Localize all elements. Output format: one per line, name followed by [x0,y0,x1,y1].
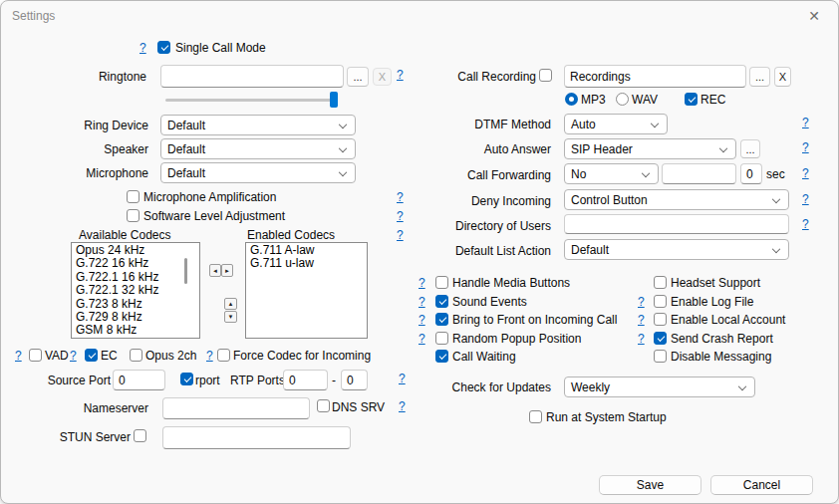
auto-answer-help[interactable]: ? [802,140,809,154]
send-crash-report-help[interactable]: ? [638,332,645,346]
send-crash-report-checkbox[interactable] [654,332,667,345]
stun-server-checkbox[interactable] [134,429,146,442]
available-codecs-list[interactable]: Opus 24 kHz G.722 16 kHz G.722.1 16 kHz … [71,242,200,339]
ec-checkbox[interactable] [85,349,98,362]
move-right-button[interactable]: ► [221,264,233,277]
bring-to-front-help[interactable]: ? [419,313,425,327]
directory-of-users-input[interactable] [564,214,789,234]
move-up-button[interactable]: ▲ [224,298,237,310]
opus-2ch-label: Opus 2ch [145,349,196,363]
rport-label: rport [195,374,220,387]
list-item[interactable]: G.729 8 kHz [72,311,199,324]
list-item[interactable]: G.711 A-law [246,244,367,257]
ringtone-input[interactable] [160,65,344,88]
call-recording-clear-button[interactable]: X [774,67,791,87]
list-item[interactable]: GSM 8 kHz [72,324,199,337]
enable-local-account-help[interactable]: ? [638,313,645,327]
codecs-help[interactable]: ? [397,228,404,242]
move-left-button[interactable]: ◄ [209,264,221,277]
save-button[interactable]: Save [599,475,701,495]
call-forwarding-help[interactable]: ? [802,166,809,180]
nameserver-help[interactable]: ? [399,399,406,413]
enable-local-account-checkbox[interactable] [654,313,667,326]
call-forwarding-select[interactable]: No [564,163,659,184]
default-list-action-select[interactable]: Default [564,239,789,260]
call-recording-folder-input[interactable]: Recordings [564,65,746,88]
call-forwarding-number-input[interactable] [662,163,736,184]
rport-checkbox[interactable] [180,373,193,385]
stun-server-input[interactable] [162,426,351,449]
move-down-button[interactable]: ▼ [224,311,237,323]
ring-device-select[interactable]: Default [160,115,356,135]
dtmf-method-help[interactable]: ? [802,116,809,129]
close-button[interactable]: ✕ [798,3,830,29]
enabled-codecs-list[interactable]: G.711 A-law G.711 u-law [245,242,368,339]
force-codec-help[interactable]: ? [206,349,213,363]
random-popup-checkbox[interactable] [435,332,448,345]
bring-to-front-checkbox[interactable] [435,313,448,326]
deny-incoming-select[interactable]: Control Button [564,189,789,210]
handle-media-buttons-help[interactable]: ? [419,276,425,290]
enable-log-file-label: Enable Log File [671,295,753,309]
force-codec-checkbox[interactable] [217,349,230,362]
enable-log-file-help[interactable]: ? [638,295,645,309]
rtp-ports-dash: - [332,374,336,387]
software-level-help[interactable]: ? [397,209,404,223]
rtp-port-to-input[interactable]: 0 [341,370,368,390]
enable-log-file-checkbox[interactable] [654,295,667,308]
rtp-port-from-input[interactable]: 0 [283,370,328,390]
single-call-mode-help[interactable]: ? [140,41,146,55]
ec-help[interactable]: ? [70,349,77,363]
headset-support-checkbox[interactable] [654,276,667,289]
title-bar: Settings ✕ [1,1,838,31]
ringtone-volume-slider[interactable] [165,99,338,102]
ringtone-help[interactable]: ? [397,68,404,82]
list-item[interactable]: Opus 24 kHz [72,244,199,257]
dtmf-method-select[interactable]: Auto [564,114,668,134]
auto-answer-browse-button[interactable]: ... [740,139,760,158]
source-port-input[interactable]: 0 [113,370,165,390]
call-waiting-checkbox[interactable] [435,350,448,363]
call-recording-browse-button[interactable]: ... [749,67,770,87]
disable-messaging-checkbox[interactable] [654,350,667,363]
auto-answer-select[interactable]: SIP Header [564,138,736,159]
ringtone-volume-slider-thumb[interactable] [330,92,338,108]
scrollbar-thumb[interactable] [184,258,187,284]
dns-srv-label: DNS SRV [332,400,385,414]
dns-srv-checkbox[interactable] [317,399,330,412]
list-item[interactable]: G.711 u-law [246,257,367,270]
call-forwarding-seconds-input[interactable]: 0 [740,163,762,184]
vad-checkbox[interactable] [29,349,42,362]
mic-amplification-checkbox[interactable] [127,190,140,203]
list-item[interactable]: G.722.1 16 kHz [72,271,199,284]
list-item[interactable]: G.722 16 kHz [72,257,199,270]
wav-radio[interactable] [616,93,629,106]
speaker-select[interactable]: Default [160,138,356,159]
vad-help[interactable]: ? [15,349,22,363]
arrow-right-icon: ► [224,268,230,274]
mp3-radio[interactable] [565,93,578,106]
rec-checkbox[interactable] [685,93,698,106]
ringtone-browse-button[interactable]: ... [347,67,369,87]
directory-of-users-help[interactable]: ? [802,217,809,231]
cancel-button[interactable]: Cancel [710,475,813,495]
default-list-action-value: Default [571,243,609,257]
sound-events-checkbox[interactable] [435,295,448,308]
nameserver-input[interactable] [162,397,310,419]
mic-amplification-help[interactable]: ? [397,190,404,204]
list-item[interactable]: G.722.1 32 kHz [72,284,199,297]
sound-events-help[interactable]: ? [419,295,425,309]
check-for-updates-select[interactable]: Weekly [564,377,755,397]
handle-media-buttons-checkbox[interactable] [435,276,448,289]
software-level-checkbox[interactable] [127,209,140,222]
list-item[interactable]: G.723 8 kHz [72,298,199,311]
microphone-select[interactable]: Default [160,162,356,183]
call-recording-checkbox[interactable] [539,69,552,82]
sound-events-label: Sound Events [452,295,527,309]
run-at-startup-checkbox[interactable] [529,410,542,423]
random-popup-help[interactable]: ? [419,332,425,346]
single-call-mode-checkbox[interactable] [157,41,170,54]
deny-incoming-help[interactable]: ? [802,192,809,206]
opus-2ch-checkbox[interactable] [130,349,142,362]
rtp-ports-help[interactable]: ? [399,372,406,385]
